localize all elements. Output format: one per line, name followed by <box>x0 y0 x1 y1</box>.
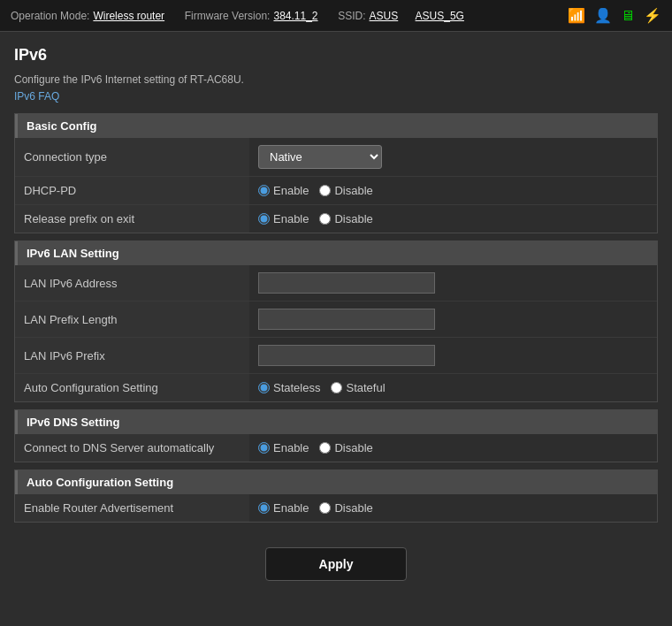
faq-link[interactable]: IPv6 FAQ <box>14 90 59 103</box>
topbar-info: Operation Mode: Wireless router Firmware… <box>11 10 568 22</box>
ssid-value: ASUS <box>370 10 399 22</box>
stateful-radio[interactable] <box>331 382 342 393</box>
connect-dns-disable-radio[interactable] <box>319 442 331 454</box>
ipv6-dns-section: IPv6 DNS Setting Connect to DNS Server a… <box>14 409 658 462</box>
auto-config-section-header: Auto Configuration Setting <box>15 470 657 494</box>
lan-ipv6-prefix-input[interactable] <box>258 345 435 366</box>
apply-section: Apply <box>14 530 658 595</box>
connect-dns-enable-radio[interactable] <box>258 442 270 454</box>
basic-config-section: Basic Config Connection type Native Stat… <box>14 113 658 233</box>
operation-mode-value: Wireless router <box>93 10 164 22</box>
release-prefix-enable-radio[interactable] <box>258 213 270 225</box>
connect-dns-radio-group: Enable Disable <box>258 441 648 454</box>
disable-text2: Disable <box>334 212 372 225</box>
table-row: Release prefix on exit Enable Disable <box>15 205 657 233</box>
connection-type-label: Connection type <box>15 138 249 177</box>
dhcp-pd-cell: Enable Disable <box>249 177 657 205</box>
table-row: DHCP-PD Enable Disable <box>15 177 657 205</box>
basic-config-header: Basic Config <box>15 114 657 138</box>
dhcp-pd-enable-label[interactable]: Enable <box>258 184 309 197</box>
release-prefix-enable-label[interactable]: Enable <box>258 212 309 225</box>
basic-config-table: Connection type Native Static IPv6 DHCPv… <box>15 138 657 233</box>
operation-mode-label: Operation Mode: <box>11 10 89 22</box>
dhcp-pd-disable-radio[interactable] <box>319 185 331 196</box>
enable-text3: Enable <box>273 441 309 454</box>
auto-config-label: Auto Configuration Setting <box>15 374 249 402</box>
stateless-label[interactable]: Stateless <box>258 381 320 394</box>
connect-dns-cell: Enable Disable <box>249 434 657 462</box>
lan-prefix-length-input[interactable] <box>258 309 435 330</box>
topbar-icons: 📶 👤 🖥 ⚡ <box>568 7 661 24</box>
table-row: Enable Router Advertisement Enable Disab… <box>15 494 657 522</box>
ipv6-lan-table: LAN IPv6 Address LAN Prefix Length LAN I… <box>15 265 657 401</box>
usb-icon: ⚡ <box>644 7 661 24</box>
page-description: Configure the IPv6 Internet setting of R… <box>14 73 658 86</box>
dhcp-pd-enable-radio[interactable] <box>258 185 270 196</box>
lan-ipv6-address-input[interactable] <box>258 272 435 294</box>
enable-text4: Enable <box>273 501 309 515</box>
ssid-label: SSID: <box>338 10 365 22</box>
connect-dns-label: Connect to DNS Server automatically <box>15 434 249 462</box>
ssid-5g-value: ASUS_5G <box>416 10 464 22</box>
apply-button[interactable]: Apply <box>265 547 408 581</box>
router-adv-enable-radio[interactable] <box>258 502 270 514</box>
release-prefix-cell: Enable Disable <box>249 205 657 233</box>
page-title: IPv6 <box>14 46 658 65</box>
disable-text3: Disable <box>334 441 372 454</box>
dhcp-pd-label: DHCP-PD <box>15 177 249 205</box>
disable-text: Disable <box>334 184 372 197</box>
release-prefix-disable-radio[interactable] <box>319 213 331 225</box>
auto-config-cell: Stateless Stateful <box>249 374 657 402</box>
connection-type-select[interactable]: Native Static IPv6 DHCPv6 6in4 6to4 6rd … <box>258 145 382 169</box>
release-prefix-radio-group: Enable Disable <box>258 212 648 225</box>
user-icon: 👤 <box>594 7 612 24</box>
lan-ipv6-prefix-cell <box>249 338 657 374</box>
monitor-icon: 🖥 <box>621 8 635 24</box>
stateful-label[interactable]: Stateful <box>331 381 385 394</box>
dhcp-pd-radio-group: Enable Disable <box>258 184 648 197</box>
lan-ipv6-address-label: LAN IPv6 Address <box>15 265 249 302</box>
firmware-value: 384.11_2 <box>273 10 317 22</box>
auto-config-radio-group: Stateless Stateful <box>258 381 648 394</box>
disable-text4: Disable <box>334 501 372 515</box>
table-row: Auto Configuration Setting Stateless Sta… <box>15 374 657 402</box>
table-row: Connection type Native Static IPv6 DHCPv… <box>15 138 657 177</box>
auto-config-section: Auto Configuration Setting Enable Router… <box>14 470 658 523</box>
router-adv-disable-radio[interactable] <box>319 502 331 514</box>
wifi-icon: 📶 <box>568 7 585 24</box>
enable-router-adv-label: Enable Router Advertisement <box>15 494 249 522</box>
ipv6-lan-header: IPv6 LAN Setting <box>15 241 657 265</box>
lan-ipv6-address-cell <box>249 265 657 302</box>
enable-text: Enable <box>273 184 309 197</box>
firmware-label: Firmware Version: <box>185 10 271 22</box>
ipv6-dns-table: Connect to DNS Server automatically Enab… <box>15 434 657 462</box>
table-row: LAN Prefix Length <box>15 302 657 338</box>
connection-type-cell: Native Static IPv6 DHCPv6 6in4 6to4 6rd … <box>249 138 657 177</box>
router-adv-enable-label[interactable]: Enable <box>258 501 309 515</box>
table-row: Connect to DNS Server automatically Enab… <box>15 434 657 462</box>
table-row: LAN IPv6 Address <box>15 265 657 302</box>
enable-router-adv-cell: Enable Disable <box>249 494 657 522</box>
connect-dns-enable-label[interactable]: Enable <box>258 441 309 454</box>
lan-prefix-length-cell <box>249 302 657 338</box>
main-content: IPv6 Configure the IPv6 Internet setting… <box>0 32 672 609</box>
release-prefix-disable-label[interactable]: Disable <box>319 212 372 225</box>
stateful-text: Stateful <box>346 381 385 394</box>
dhcp-pd-disable-label[interactable]: Disable <box>319 184 372 197</box>
lan-ipv6-prefix-label: LAN IPv6 Prefix <box>15 338 249 374</box>
ipv6-dns-header: IPv6 DNS Setting <box>15 410 657 434</box>
release-prefix-label: Release prefix on exit <box>15 205 249 233</box>
connect-dns-disable-label[interactable]: Disable <box>319 441 372 454</box>
stateless-text: Stateless <box>273 381 320 394</box>
enable-text2: Enable <box>273 212 309 225</box>
lan-prefix-length-label: LAN Prefix Length <box>15 302 249 338</box>
topbar: Operation Mode: Wireless router Firmware… <box>0 0 672 32</box>
auto-config-table: Enable Router Advertisement Enable Disab… <box>15 494 657 522</box>
stateless-radio[interactable] <box>258 382 270 393</box>
router-adv-disable-label[interactable]: Disable <box>319 501 372 515</box>
table-row: LAN IPv6 Prefix <box>15 338 657 374</box>
ipv6-lan-section: IPv6 LAN Setting LAN IPv6 Address LAN Pr… <box>14 240 658 402</box>
enable-router-adv-radio-group: Enable Disable <box>258 501 648 515</box>
